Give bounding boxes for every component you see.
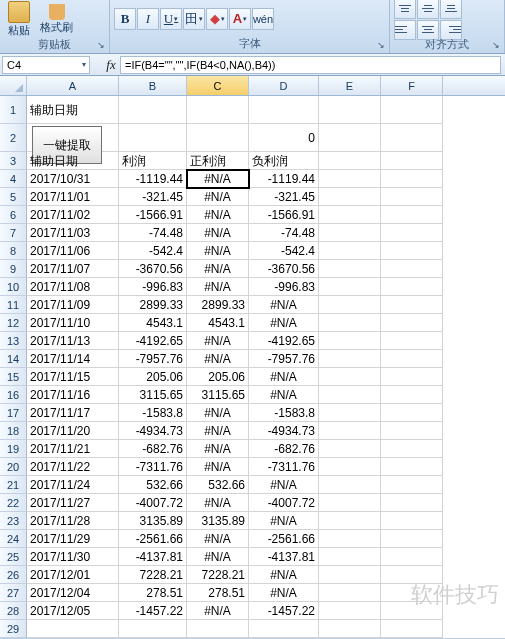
- cell[interactable]: [381, 386, 443, 404]
- cell[interactable]: [381, 152, 443, 170]
- cell[interactable]: -4934.73: [119, 422, 187, 440]
- cell[interactable]: [119, 620, 187, 638]
- cell[interactable]: 负利润: [249, 152, 319, 170]
- cell[interactable]: 532.66: [187, 476, 249, 494]
- cell[interactable]: -542.4: [249, 242, 319, 260]
- row-header[interactable]: 17: [0, 404, 27, 422]
- cell[interactable]: 2017/11/16: [27, 386, 119, 404]
- cell[interactable]: 正利润: [187, 152, 249, 170]
- cell[interactable]: 一键提取: [27, 124, 119, 152]
- row-header[interactable]: 22: [0, 494, 27, 512]
- row-header[interactable]: 8: [0, 242, 27, 260]
- cell[interactable]: [381, 494, 443, 512]
- cell[interactable]: [319, 96, 381, 124]
- phonetic-button[interactable]: wén: [252, 8, 274, 30]
- cell[interactable]: -1566.91: [119, 206, 187, 224]
- cell[interactable]: [381, 314, 443, 332]
- row-header[interactable]: 23: [0, 512, 27, 530]
- cell[interactable]: [319, 206, 381, 224]
- cell[interactable]: [319, 314, 381, 332]
- cell[interactable]: [319, 476, 381, 494]
- cell[interactable]: #N/A: [249, 386, 319, 404]
- cell[interactable]: -1457.22: [249, 602, 319, 620]
- cell[interactable]: [249, 620, 319, 638]
- cell[interactable]: [381, 278, 443, 296]
- col-header-c[interactable]: C: [187, 76, 249, 95]
- cell[interactable]: [319, 350, 381, 368]
- cell[interactable]: [319, 386, 381, 404]
- cell[interactable]: [381, 332, 443, 350]
- cell[interactable]: [381, 512, 443, 530]
- clipboard-expand-icon[interactable]: ↘: [95, 39, 107, 51]
- cell[interactable]: 2017/12/04: [27, 584, 119, 602]
- cell[interactable]: -3670.56: [249, 260, 319, 278]
- align-expand-icon[interactable]: ↘: [490, 39, 502, 51]
- row-header[interactable]: 1: [0, 96, 27, 124]
- cell[interactable]: [381, 404, 443, 422]
- cell[interactable]: -996.83: [119, 278, 187, 296]
- cell[interactable]: -321.45: [249, 188, 319, 206]
- border-button[interactable]: 田: [183, 8, 205, 30]
- cell[interactable]: #N/A: [187, 278, 249, 296]
- cell[interactable]: [119, 124, 187, 152]
- row-header[interactable]: 20: [0, 458, 27, 476]
- cell[interactable]: 278.51: [187, 584, 249, 602]
- row-header[interactable]: 3: [0, 152, 27, 170]
- cell[interactable]: #N/A: [187, 602, 249, 620]
- row-header[interactable]: 9: [0, 260, 27, 278]
- cell[interactable]: 2017/11/06: [27, 242, 119, 260]
- cell[interactable]: [319, 278, 381, 296]
- cell[interactable]: -4137.81: [249, 548, 319, 566]
- cell[interactable]: [319, 530, 381, 548]
- cell[interactable]: [319, 242, 381, 260]
- cell[interactable]: [381, 242, 443, 260]
- cell[interactable]: #N/A: [187, 206, 249, 224]
- cell[interactable]: -996.83: [249, 278, 319, 296]
- cell[interactable]: 辅助日期: [27, 152, 119, 170]
- cell[interactable]: 2017/11/08: [27, 278, 119, 296]
- row-header[interactable]: 19: [0, 440, 27, 458]
- col-header-e[interactable]: E: [319, 76, 381, 95]
- cell[interactable]: #N/A: [187, 458, 249, 476]
- cell[interactable]: -74.48: [249, 224, 319, 242]
- cell[interactable]: 2017/11/03: [27, 224, 119, 242]
- cell[interactable]: [381, 188, 443, 206]
- cell[interactable]: 2017/11/29: [27, 530, 119, 548]
- cell[interactable]: [319, 440, 381, 458]
- cell[interactable]: -1583.8: [249, 404, 319, 422]
- cell[interactable]: [381, 206, 443, 224]
- cell[interactable]: [319, 332, 381, 350]
- paste-button[interactable]: 粘贴: [4, 1, 34, 38]
- cell[interactable]: [381, 124, 443, 152]
- cell[interactable]: 利润: [119, 152, 187, 170]
- col-header-d[interactable]: D: [249, 76, 319, 95]
- cell[interactable]: -1119.44: [249, 170, 319, 188]
- cell[interactable]: 4543.1: [119, 314, 187, 332]
- cell[interactable]: [381, 620, 443, 638]
- cell[interactable]: [381, 96, 443, 124]
- cell[interactable]: #N/A: [249, 476, 319, 494]
- cell[interactable]: -3670.56: [119, 260, 187, 278]
- cell[interactable]: #N/A: [249, 512, 319, 530]
- cell[interactable]: [319, 296, 381, 314]
- cell[interactable]: [319, 620, 381, 638]
- cell[interactable]: -7957.76: [119, 350, 187, 368]
- col-header-b[interactable]: B: [119, 76, 187, 95]
- cell[interactable]: [381, 476, 443, 494]
- cell[interactable]: 2017/11/02: [27, 206, 119, 224]
- cell[interactable]: [381, 566, 443, 584]
- italic-button[interactable]: I: [137, 8, 159, 30]
- cell[interactable]: [319, 368, 381, 386]
- align-top-button[interactable]: [394, 0, 416, 19]
- cell[interactable]: 2017/11/09: [27, 296, 119, 314]
- fill-color-button[interactable]: ◆: [206, 8, 228, 30]
- cell[interactable]: #N/A: [187, 530, 249, 548]
- cell[interactable]: [319, 494, 381, 512]
- cell[interactable]: 532.66: [119, 476, 187, 494]
- bold-button[interactable]: B: [114, 8, 136, 30]
- cell[interactable]: [381, 224, 443, 242]
- cell[interactable]: #N/A: [187, 242, 249, 260]
- cell[interactable]: [187, 96, 249, 124]
- cell[interactable]: 7228.21: [119, 566, 187, 584]
- cell[interactable]: -74.48: [119, 224, 187, 242]
